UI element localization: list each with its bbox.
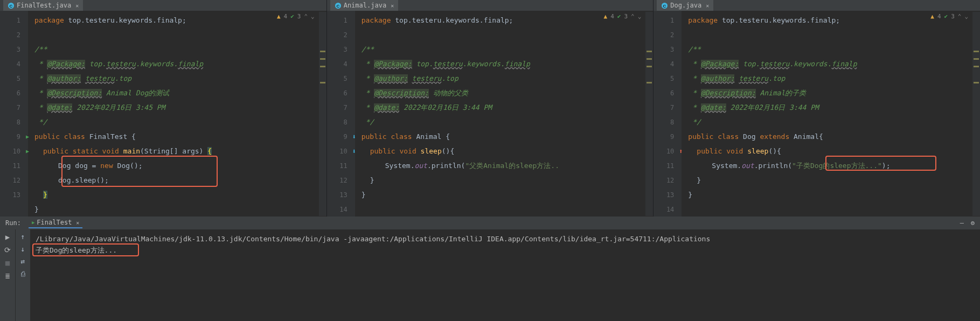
tab-animal[interactable]: C Animal.java ✕ (330, 0, 399, 11)
close-icon[interactable]: ✕ (391, 3, 394, 9)
svg-text:C: C (10, 3, 13, 8)
editor-pane-finaltest: C FinalTest.java ✕ 12345678 9▶ 10▶ 11121… (0, 0, 327, 216)
scrollbar[interactable] (645, 12, 653, 216)
java-class-icon: C (661, 2, 668, 9)
close-icon[interactable]: ✕ (75, 3, 79, 9)
tab-dog[interactable]: C Dog.java ✕ (657, 0, 713, 11)
run-icon: ▶ (32, 220, 34, 225)
tools-icon[interactable]: ⟳ (4, 246, 11, 254)
svg-text:C: C (336, 3, 339, 8)
tab-bar: C FinalTest.java ✕ (0, 0, 326, 11)
code-area[interactable]: ▲4✔3⌃⌄ package top.testeru.keywords.fina… (355, 11, 654, 217)
tab-label: Animal.java (344, 2, 386, 9)
run-header: Run: ▶ FinalTest ✕ ⚙ — (0, 217, 980, 229)
run-tab-label: FinalTest (37, 219, 72, 226)
run-nav2: ↑ ↓ ⇄ ⎙ (15, 229, 30, 321)
output-line: /Library/Java/JavaVirtualMachines/jdk-11… (36, 233, 975, 245)
wrap-icon[interactable]: ⇄ (21, 257, 25, 266)
print-icon[interactable]: ⎙ (21, 270, 25, 278)
inspection-widget[interactable]: ▲4✔3⌃⌄ (930, 13, 968, 20)
editor-pane-animal: C Animal.java ✕ 12345678 9⬇ 10⬇ 11121314… (327, 0, 654, 216)
gear-icon[interactable]: ⚙ (971, 219, 975, 227)
code-area[interactable]: ▲4✔3⌃⌄ package top.testeru.keywords.fina… (28, 11, 326, 217)
close-icon[interactable]: ✕ (76, 220, 79, 226)
down-arrow-icon[interactable]: ↓ (21, 245, 25, 253)
svg-text:C: C (663, 3, 666, 8)
run-nav: ▶ ⟳ ■ ≣ (0, 229, 15, 321)
java-class-icon: C (8, 2, 15, 9)
run-config-tab[interactable]: ▶ FinalTest ✕ (29, 218, 82, 228)
stop-icon[interactable]: ■ (5, 259, 10, 267)
stack-icon[interactable]: ≣ (5, 271, 10, 280)
gutter: 12345678 9▶ 10▶ 111213 (0, 11, 28, 217)
java-class-icon: C (335, 2, 342, 9)
up-arrow-icon[interactable]: ↑ (21, 233, 25, 241)
inspection-widget[interactable]: ▲4✔3⌃⌄ (604, 13, 642, 20)
rerun-icon[interactable]: ▶ (5, 233, 10, 241)
run-tool-window: Run: ▶ FinalTest ✕ ⚙ — ▶ ⟳ ■ ≣ ↑ ↓ ⇄ ⎙ /… (0, 217, 980, 321)
hide-icon[interactable]: — (960, 219, 964, 227)
tab-label: Dog.java (670, 2, 701, 9)
tab-bar: C Animal.java ✕ (327, 0, 654, 11)
gutter: 12345678 9 10⬆ 11121314 (654, 11, 682, 217)
editor-pane-dog: C Dog.java ✕ 12345678 9 10⬆ 11121314 ▲4✔… (654, 0, 980, 216)
code-area[interactable]: ▲4✔3⌃⌄ package top.testeru.keywords.fina… (682, 11, 980, 217)
run-label: Run: (5, 219, 21, 227)
tab-label: FinalTest.java (17, 2, 71, 9)
console-output[interactable]: /Library/Java/JavaVirtualMachines/jdk-11… (30, 229, 980, 321)
inspection-widget[interactable]: ▲4✔3⌃⌄ (277, 13, 315, 20)
close-icon[interactable]: ✕ (706, 3, 709, 9)
scrollbar[interactable] (972, 12, 980, 216)
tab-finaltest[interactable]: C FinalTest.java ✕ (3, 0, 83, 11)
tab-bar: C Dog.java ✕ (654, 0, 980, 11)
gutter: 12345678 9⬇ 10⬇ 11121314 (327, 11, 355, 217)
output-line: 子类Dog的sleep方法... (36, 245, 975, 256)
scrollbar[interactable] (319, 12, 326, 216)
